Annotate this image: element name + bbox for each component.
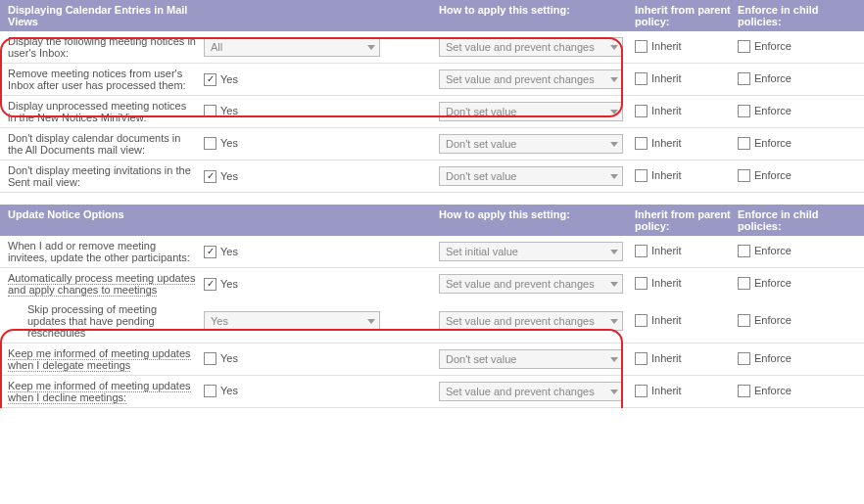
inherit-checkbox[interactable] bbox=[635, 314, 648, 327]
inherit-checkbox[interactable] bbox=[635, 137, 648, 150]
row-add-remove-invitees: When I add or remove meeting invitees, u… bbox=[0, 236, 864, 268]
inherit-checkbox[interactable] bbox=[635, 72, 648, 85]
inherit-label: Inherit bbox=[651, 314, 682, 326]
inherit-label: Inherit bbox=[651, 72, 682, 84]
inherit-label: Inherit bbox=[651, 352, 682, 364]
yes-checkbox[interactable] bbox=[204, 105, 216, 117]
row-informed-decline: Keep me informed of meeting updates when… bbox=[0, 376, 864, 408]
yes-checkbox[interactable]: ✓ bbox=[204, 278, 216, 291]
col-header-inherit: Inherit from parent policy: bbox=[635, 208, 738, 232]
row-skip-pending-reschedules: Skip processing of meeting updates that … bbox=[0, 299, 864, 344]
enforce-label: Enforce bbox=[754, 245, 792, 256]
chevron-down-icon bbox=[610, 250, 618, 254]
chevron-down-icon bbox=[610, 174, 618, 179]
dropdown-text: Set value and prevent changes bbox=[446, 278, 595, 290]
inherit-label: Inherit bbox=[651, 277, 682, 289]
enforce-label: Enforce bbox=[754, 72, 792, 84]
enforce-label: Enforce bbox=[754, 137, 792, 149]
enforce-checkbox[interactable] bbox=[738, 245, 750, 257]
setting-label: Skip processing of meeting updates that … bbox=[8, 303, 204, 339]
setting-label: Keep me informed of meeting updates when… bbox=[8, 380, 204, 403]
enforce-checkbox[interactable] bbox=[738, 352, 750, 365]
inherit-checkbox[interactable] bbox=[635, 169, 648, 182]
enforce-label: Enforce bbox=[754, 352, 792, 364]
enforce-label: Enforce bbox=[754, 105, 792, 116]
inherit-checkbox[interactable] bbox=[635, 40, 648, 53]
apply-dropdown[interactable]: Don't set value bbox=[439, 102, 623, 121]
inherit-label: Inherit bbox=[651, 105, 682, 116]
dropdown-text: Yes bbox=[211, 315, 228, 327]
chevron-down-icon bbox=[610, 45, 618, 50]
dropdown-text: Don't set value bbox=[446, 170, 516, 182]
apply-dropdown[interactable]: Set value and prevent changes bbox=[439, 69, 623, 89]
chevron-down-icon bbox=[610, 77, 618, 82]
yes-checkbox[interactable]: ✓ bbox=[204, 73, 216, 86]
enforce-checkbox[interactable] bbox=[738, 72, 750, 85]
yes-label: Yes bbox=[220, 278, 238, 290]
yes-checkbox[interactable] bbox=[204, 137, 216, 150]
apply-dropdown[interactable]: Set value and prevent changes bbox=[439, 274, 623, 294]
enforce-checkbox[interactable] bbox=[738, 137, 750, 150]
inherit-label: Inherit bbox=[651, 40, 682, 52]
enforce-checkbox[interactable] bbox=[738, 277, 750, 290]
apply-dropdown[interactable]: Set initial value bbox=[439, 242, 623, 261]
enforce-checkbox[interactable] bbox=[738, 169, 750, 182]
chevron-down-icon bbox=[367, 45, 375, 50]
spacer bbox=[0, 193, 864, 205]
apply-dropdown[interactable]: Set value and prevent changes bbox=[439, 37, 623, 57]
apply-dropdown[interactable]: Don't set value bbox=[439, 166, 623, 186]
chevron-down-icon bbox=[610, 282, 618, 287]
yes-checkbox[interactable]: ✓ bbox=[204, 170, 216, 183]
enforce-checkbox[interactable] bbox=[738, 40, 750, 53]
inherit-checkbox[interactable] bbox=[635, 277, 648, 290]
value-dropdown[interactable]: All bbox=[204, 37, 380, 57]
row-calendar-all-documents: Don't display calendar documents in the … bbox=[0, 128, 864, 160]
setting-label: Display the following meeting notices in… bbox=[8, 35, 204, 59]
dropdown-text: Set initial value bbox=[446, 246, 518, 257]
enforce-label: Enforce bbox=[754, 385, 792, 396]
setting-label: Display unprocessed meeting notices in t… bbox=[8, 100, 204, 123]
chevron-down-icon bbox=[610, 357, 618, 362]
apply-dropdown[interactable]: Set value and prevent changes bbox=[439, 382, 623, 401]
chevron-down-icon bbox=[610, 142, 618, 147]
row-auto-process-updates: Automatically process meeting updates an… bbox=[0, 268, 864, 299]
yes-label: Yes bbox=[220, 137, 238, 149]
value-dropdown[interactable]: Yes bbox=[204, 311, 380, 331]
apply-dropdown[interactable]: Don't set value bbox=[439, 349, 623, 369]
enforce-label: Enforce bbox=[754, 40, 792, 52]
dropdown-text: Set value and prevent changes bbox=[446, 315, 595, 327]
section-title: Update Notice Options bbox=[8, 208, 204, 232]
yes-checkbox[interactable] bbox=[204, 352, 216, 365]
setting-label: Don't display meeting invitations in the… bbox=[8, 164, 204, 188]
chevron-down-icon bbox=[610, 319, 618, 324]
dropdown-text: Don't set value bbox=[446, 353, 516, 365]
dropdown-text: Set value and prevent changes bbox=[446, 41, 595, 53]
setting-label: Automatically process meeting updates an… bbox=[8, 272, 204, 296]
dropdown-text: Don't set value bbox=[446, 138, 516, 150]
setting-label: Keep me informed of meeting updates when… bbox=[8, 347, 204, 371]
yes-label: Yes bbox=[220, 170, 238, 182]
inherit-checkbox[interactable] bbox=[635, 105, 648, 117]
col-header-apply: How to apply this setting: bbox=[439, 208, 635, 232]
inherit-checkbox[interactable] bbox=[635, 245, 648, 257]
apply-dropdown[interactable]: Set value and prevent changes bbox=[439, 311, 623, 331]
enforce-checkbox[interactable] bbox=[738, 314, 750, 327]
yes-checkbox[interactable] bbox=[204, 385, 216, 397]
yes-label: Yes bbox=[220, 352, 238, 364]
dropdown-text: All bbox=[211, 41, 222, 53]
yes-checkbox[interactable]: ✓ bbox=[204, 246, 216, 258]
row-invitations-sent-view: Don't display meeting invitations in the… bbox=[0, 160, 864, 193]
dropdown-text: Don't set value bbox=[446, 106, 516, 117]
enforce-checkbox[interactable] bbox=[738, 385, 750, 397]
apply-dropdown[interactable]: Don't set value bbox=[439, 134, 623, 154]
section-header-update: Update Notice Options How to apply this … bbox=[0, 205, 864, 236]
yes-label: Yes bbox=[220, 246, 238, 257]
inherit-checkbox[interactable] bbox=[635, 385, 648, 397]
col-header-apply: How to apply this setting: bbox=[439, 4, 635, 27]
enforce-label: Enforce bbox=[754, 169, 792, 181]
inherit-checkbox[interactable] bbox=[635, 352, 648, 365]
section-header-calendar: Displaying Calendar Entries in Mail View… bbox=[0, 0, 864, 31]
row-informed-delegate: Keep me informed of meeting updates when… bbox=[0, 344, 864, 376]
enforce-checkbox[interactable] bbox=[738, 105, 750, 117]
chevron-down-icon bbox=[610, 110, 618, 115]
